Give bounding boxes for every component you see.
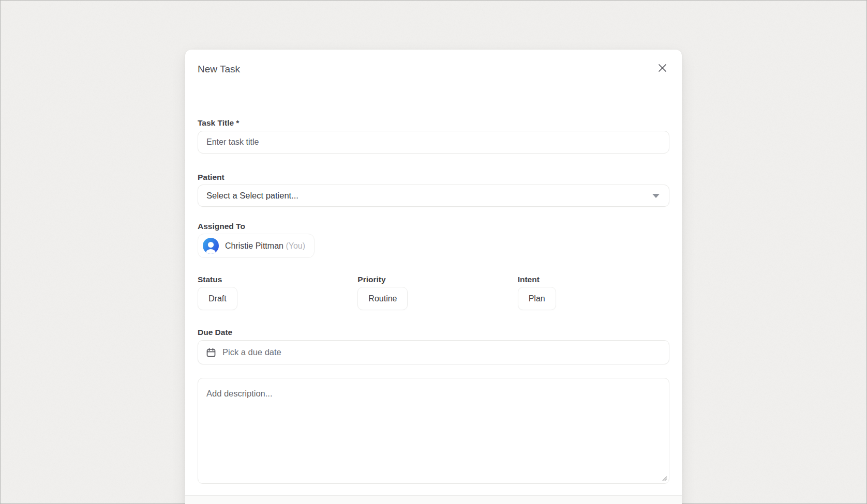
close-button[interactable] — [655, 60, 669, 75]
assigned-to-label: Assigned To — [198, 221, 669, 231]
description-textarea[interactable] — [198, 378, 669, 484]
priority-label: Priority — [357, 274, 509, 284]
close-icon — [657, 63, 667, 73]
modal-header: New Task — [198, 50, 669, 75]
modal-title: New Task — [198, 63, 669, 75]
priority-column: Priority Routine — [357, 274, 509, 310]
patient-select[interactable]: Select a Select patient... — [198, 185, 669, 207]
assignee-you-suffix: (You) — [286, 241, 305, 250]
priority-button[interactable]: Routine — [357, 287, 408, 310]
due-date-picker[interactable]: Pick a due date — [198, 340, 669, 364]
user-avatar — [203, 238, 219, 254]
desktop-background: { "modal": { "title": "New Task", "field… — [0, 0, 867, 504]
task-title-label: Task Title * — [198, 118, 669, 128]
assignee-name: Christie Pittman (You) — [225, 241, 305, 251]
status-label: Status — [198, 274, 349, 284]
task-title-input[interactable] — [198, 131, 669, 154]
due-date-label: Due Date — [198, 327, 669, 337]
chevron-down-icon — [652, 194, 660, 198]
patient-label: Patient — [198, 172, 669, 182]
description-field-wrap — [198, 378, 669, 484]
assignee-chip[interactable]: Christie Pittman (You) — [198, 234, 315, 258]
calendar-icon — [206, 347, 216, 358]
intent-label: Intent — [518, 274, 669, 284]
patient-select-value: Select a Select patient... — [206, 191, 298, 201]
status-column: Status Draft — [198, 274, 349, 310]
intent-column: Intent Plan — [518, 274, 669, 310]
new-task-modal: New Task Task Title * Patient Select a S… — [185, 50, 682, 504]
due-date-placeholder: Pick a due date — [222, 347, 281, 357]
modal-footer — [185, 495, 682, 504]
intent-button[interactable]: Plan — [518, 287, 556, 310]
status-button[interactable]: Draft — [198, 287, 237, 310]
status-priority-intent-row: Status Draft Priority Routine Intent Pla… — [198, 274, 669, 310]
assignee-name-text: Christie Pittman — [225, 241, 283, 250]
